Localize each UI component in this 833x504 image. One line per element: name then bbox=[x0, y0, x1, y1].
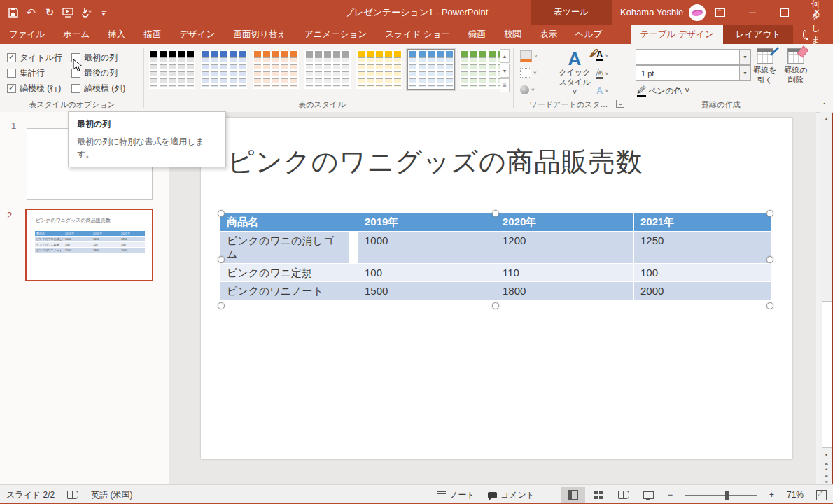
gallery-scroll-up-button[interactable]: ▲ bbox=[500, 49, 510, 63]
table-style-thumb[interactable] bbox=[200, 49, 248, 90]
gallery-more-button[interactable]: ≣ bbox=[500, 78, 510, 92]
pen-color-button[interactable]: 🖉 ペンの色 ˅ bbox=[637, 85, 690, 97]
start-slideshow-button[interactable] bbox=[60, 4, 76, 22]
text-fill-button[interactable]: A˅ bbox=[596, 50, 608, 61]
reading-view-button[interactable] bbox=[612, 487, 636, 503]
zoom-slider[interactable] bbox=[685, 495, 757, 496]
tab-help[interactable]: ヘルプ bbox=[566, 24, 611, 44]
table-cell[interactable]: 2000 bbox=[634, 282, 771, 300]
zoom-out-button[interactable]: − bbox=[662, 485, 679, 504]
selection-handle[interactable] bbox=[218, 302, 225, 309]
tab-slideshow[interactable]: スライド ショー bbox=[376, 24, 459, 44]
effects-button[interactable]: ˅ bbox=[520, 85, 535, 94]
slide-title[interactable]: ピンクのワニグッズの商品販売数 bbox=[227, 144, 643, 180]
checkbox-banded-rows[interactable]: 縞模様 (行) bbox=[7, 83, 71, 94]
tab-draw[interactable]: 描画 bbox=[134, 24, 170, 44]
checkbox-banded-columns[interactable]: 縞模様 (列) bbox=[71, 83, 141, 94]
tab-table-design[interactable]: テーブル デザイン bbox=[631, 24, 723, 44]
account-area[interactable]: Kohama Yoshie bbox=[620, 0, 706, 24]
table-header-cell[interactable]: 商品名 bbox=[220, 213, 358, 231]
tab-insert[interactable]: 挿入 bbox=[99, 24, 134, 44]
previous-slide-icon[interactable]: ⏶⏶ bbox=[822, 462, 831, 471]
scrollbar-thumb[interactable] bbox=[822, 301, 832, 448]
selection-handle[interactable] bbox=[766, 210, 774, 217]
tab-design[interactable]: デザイン bbox=[170, 24, 224, 44]
tab-view[interactable]: 表示 bbox=[531, 24, 566, 44]
selection-handle[interactable] bbox=[218, 256, 225, 263]
table-cell[interactable]: ピンクのワニノート bbox=[220, 282, 358, 300]
text-outline-button[interactable]: A˅ bbox=[596, 68, 608, 79]
pen-style-combobox[interactable]: ▼ bbox=[636, 49, 751, 65]
table-style-thumb[interactable] bbox=[356, 49, 403, 90]
zoom-slider-thumb[interactable] bbox=[725, 491, 729, 500]
tab-animations[interactable]: アニメーション bbox=[295, 24, 376, 44]
checkbox-icon[interactable] bbox=[71, 84, 80, 93]
pen-weight-combobox[interactable]: 1 pt ▼ bbox=[636, 65, 751, 81]
quick-styles-button[interactable]: A🖌 クイックスタイル ˅ bbox=[558, 50, 592, 97]
tab-file[interactable]: ファイル bbox=[0, 24, 54, 44]
language-button[interactable]: 英語 (米国) bbox=[85, 485, 139, 504]
table-cell[interactable]: 1250 bbox=[634, 232, 771, 263]
slideshow-view-button[interactable] bbox=[637, 487, 661, 503]
tab-home[interactable]: ホーム bbox=[54, 24, 99, 44]
selection-handle[interactable] bbox=[492, 302, 499, 309]
zoom-in-button[interactable]: + bbox=[763, 485, 780, 504]
shading-button[interactable]: ˅ bbox=[520, 50, 538, 62]
selection-handle[interactable] bbox=[766, 302, 774, 309]
touch-mode-button[interactable]: ˅ bbox=[78, 4, 94, 22]
scroll-up-icon[interactable]: ▲ bbox=[822, 114, 831, 123]
ribbon-display-options-button[interactable] bbox=[704, 0, 736, 24]
table-style-thumb-selected[interactable] bbox=[407, 49, 455, 90]
tab-transitions[interactable]: 画面切り替え bbox=[224, 24, 295, 44]
wordart-dialog-launcher-icon[interactable] bbox=[616, 100, 624, 108]
tab-record[interactable]: 録画 bbox=[459, 24, 495, 44]
fit-to-window-button[interactable] bbox=[810, 485, 833, 504]
notes-button[interactable]: ノート bbox=[431, 485, 482, 504]
table-header-cell[interactable]: 2021年 bbox=[634, 213, 771, 231]
tab-layout[interactable]: レイアウト bbox=[723, 24, 793, 44]
slide-indicator[interactable]: スライド 2/2 bbox=[0, 485, 61, 504]
slide-table[interactable]: 商品名 2019年 2020年 2021年 ピンクのワニの消しゴム 1000 1… bbox=[220, 213, 769, 301]
zoom-level[interactable]: 71% bbox=[780, 485, 810, 504]
table-cell[interactable]: ピンクのワニの消しゴム bbox=[220, 232, 349, 263]
table-cell[interactable]: 1200 bbox=[496, 232, 634, 263]
customize-qat-button[interactable]: ─▾ bbox=[97, 4, 112, 22]
table-style-thumb[interactable] bbox=[304, 49, 351, 90]
tab-review[interactable]: 校閲 bbox=[495, 24, 531, 44]
text-effects-button[interactable]: A˅ bbox=[596, 86, 608, 95]
slide-thumbnail-2-selected[interactable]: ピンクのワニグッズの商品販売数 商品名2019年2020年2021年 ピンクのワ… bbox=[25, 209, 153, 281]
table-style-thumb[interactable] bbox=[148, 49, 196, 90]
collapse-ribbon-button[interactable]: ⌃ bbox=[822, 102, 827, 109]
slide[interactable]: ピンクのワニグッズの商品販売数 商品名 2019年 2020年 2021年 ピン… bbox=[201, 118, 792, 459]
checkbox-total-row[interactable]: 集計行 bbox=[7, 67, 71, 79]
table-cell[interactable]: 1800 bbox=[496, 282, 634, 300]
gallery-scroll-down-button[interactable]: ▼ bbox=[500, 64, 510, 78]
normal-view-button[interactable] bbox=[561, 487, 585, 503]
slide-sorter-view-button[interactable] bbox=[587, 487, 610, 503]
next-slide-icon[interactable]: ⏷⏷ bbox=[822, 475, 831, 484]
borders-button[interactable]: ˅ bbox=[520, 68, 537, 78]
table-cell[interactable]: 100 bbox=[634, 264, 771, 282]
table-cell[interactable]: 1500 bbox=[358, 282, 496, 300]
eraser-button[interactable]: 罫線の削除 bbox=[781, 48, 811, 99]
table-header-cell[interactable]: 2019年 bbox=[358, 213, 496, 231]
redo-button[interactable]: ↻ bbox=[42, 4, 57, 22]
scroll-down-icon[interactable]: ▼ bbox=[822, 450, 831, 459]
table-cell[interactable]: 110 bbox=[496, 264, 634, 282]
undo-button[interactable]: ↶˅ bbox=[24, 4, 39, 22]
comments-button[interactable]: コメント bbox=[482, 485, 541, 504]
checkbox-header-row[interactable]: タイトル行 bbox=[7, 52, 71, 64]
checkbox-icon[interactable] bbox=[7, 69, 16, 78]
tell-me-box[interactable]: 何をしますか bbox=[793, 24, 833, 44]
table-header-cell[interactable]: 2020年 bbox=[496, 213, 634, 231]
spellcheck-button[interactable] bbox=[61, 485, 85, 504]
checkbox-icon[interactable] bbox=[7, 84, 16, 93]
avatar[interactable] bbox=[689, 4, 706, 21]
table-cell[interactable]: ピンクのワニ定規 bbox=[220, 264, 358, 282]
maximize-button[interactable] bbox=[769, 0, 801, 24]
draw-table-button[interactable]: 罫線を引く bbox=[750, 48, 780, 99]
minimize-button[interactable]: ─ bbox=[736, 0, 769, 24]
vertical-scrollbar[interactable]: ▲ ▼ ⏶⏶ ⏷⏷ bbox=[820, 112, 832, 484]
table-style-thumb[interactable] bbox=[252, 49, 300, 90]
selection-handle[interactable] bbox=[492, 210, 499, 217]
